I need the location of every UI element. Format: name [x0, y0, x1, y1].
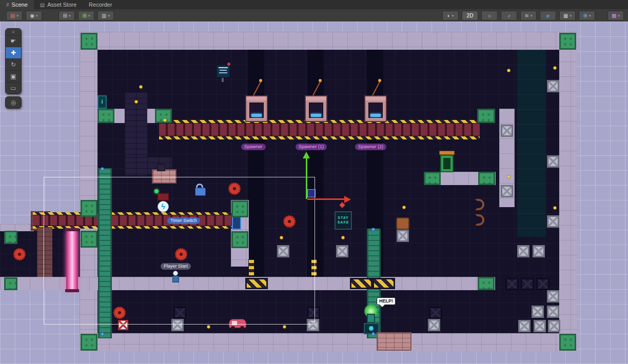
crate[interactable]	[532, 306, 544, 318]
crate[interactable]	[547, 155, 559, 168]
gizmo-x-axis[interactable]	[307, 198, 344, 200]
crate[interactable]	[534, 320, 546, 332]
stay-safe-sign[interactable]: STAY SAFE	[335, 211, 352, 230]
scale-tool-button[interactable]: ▣	[6, 71, 21, 83]
help-speech-bubble[interactable]: HELP!	[377, 297, 396, 305]
crate[interactable]	[397, 230, 409, 242]
hand-icon: ☛	[11, 37, 16, 45]
teal-column[interactable]	[517, 50, 546, 237]
green-block[interactable]	[97, 109, 114, 123]
crate[interactable]	[547, 306, 559, 318]
layout-dropdown[interactable]: ▩ ▾	[607, 11, 624, 21]
vertex-handle[interactable]	[371, 332, 375, 336]
world-dropdown[interactable]: ◉ ▾	[26, 11, 42, 21]
transform-tool-button[interactable]: ◎	[5, 96, 22, 109]
gizmos-globe-icon: ⊕	[583, 13, 587, 18]
spawner-2-label[interactable]: Spawner (2)	[355, 144, 386, 150]
spawner-label[interactable]: Spawner	[241, 144, 266, 150]
coin[interactable]	[139, 85, 143, 89]
camera-settings-dropdown[interactable]: ▦ ▾	[559, 11, 576, 21]
conveyor-belt-top[interactable]	[159, 123, 480, 136]
crate[interactable]	[518, 320, 531, 332]
hand-tool-button[interactable]: ☛	[6, 35, 21, 47]
gizmo-x-arrowhead[interactable]	[344, 196, 351, 203]
dark-block[interactable]	[536, 278, 550, 290]
scene-audio-button[interactable]: ♪	[501, 11, 517, 21]
brick-ledge[interactable]	[377, 332, 411, 351]
annex-top-ledge[interactable]	[0, 224, 34, 231]
green-block[interactable]	[4, 231, 17, 244]
coin[interactable]	[507, 69, 511, 72]
hazard-hatch[interactable]	[372, 278, 395, 289]
2d-toggle-button[interactable]: 2D	[462, 11, 478, 21]
spawner-cap	[365, 96, 386, 100]
vertex-handle[interactable]	[371, 228, 375, 231]
gizmo-y-arrowhead[interactable]	[303, 152, 310, 158]
scene-view-canvas[interactable]: ≡ ☛ ✚ ↻ ▣ ▭ ◎	[0, 22, 628, 364]
help-robot[interactable]	[367, 314, 375, 323]
info-tile[interactable]: i	[97, 95, 107, 109]
notice-sign[interactable]	[216, 65, 230, 78]
saw-blade[interactable]	[13, 248, 26, 260]
crate[interactable]	[548, 320, 560, 332]
crate[interactable]	[547, 80, 559, 92]
crate[interactable]	[547, 215, 559, 228]
coin[interactable]	[402, 206, 406, 209]
scene-lighting-button[interactable]: ☼	[481, 11, 498, 21]
green-corner-block[interactable]	[81, 334, 97, 351]
coin[interactable]	[134, 100, 138, 104]
coin[interactable]	[553, 66, 557, 70]
gizmo-y-axis[interactable]	[306, 158, 307, 199]
shading-mode-dropdown[interactable]: ◐ ▾	[442, 11, 459, 21]
green-block[interactable]	[4, 277, 17, 290]
scene-visibility-button[interactable]: ⌀	[540, 11, 556, 21]
crate[interactable]	[517, 245, 529, 257]
crate[interactable]	[547, 290, 559, 302]
measure-dropdown[interactable]: ▥ ▾	[97, 11, 114, 21]
conveyor-hazard-rail[interactable]	[159, 136, 480, 139]
green-block[interactable]	[478, 172, 495, 185]
dark-block[interactable]	[521, 278, 534, 290]
spawner-1-label[interactable]: Spawner (1)	[296, 144, 327, 150]
coin[interactable]	[163, 118, 167, 122]
crate[interactable]	[533, 245, 545, 257]
hazard-hatch[interactable]	[350, 278, 372, 289]
tab-scene[interactable]: # Scene	[0, 0, 34, 9]
tab-asset-store[interactable]: ▤ Asset Store	[34, 0, 83, 9]
fist-sprite[interactable]	[396, 217, 409, 230]
green-corner-block[interactable]	[559, 334, 576, 351]
lever-base[interactable]	[157, 164, 165, 171]
green-block[interactable]	[477, 109, 495, 123]
dark-block[interactable]	[505, 278, 519, 290]
dark-block[interactable]	[429, 307, 442, 319]
green-block[interactable]	[478, 277, 495, 290]
tab-recorder[interactable]: Recorder	[83, 0, 118, 9]
coin[interactable]	[553, 206, 557, 210]
coin[interactable]	[341, 236, 345, 239]
grid-dropdown[interactable]: ⊞ ▾	[58, 11, 75, 21]
green-corner-block[interactable]	[559, 33, 576, 50]
info-letter: i	[101, 98, 103, 105]
effects-dropdown[interactable]: ≋ ▾	[520, 11, 537, 21]
coin[interactable]	[507, 175, 511, 178]
draw-mode-dropdown[interactable]: ▧ ▾	[6, 11, 23, 21]
gizmo-plane-handle[interactable]	[307, 189, 316, 197]
coin[interactable]	[207, 325, 210, 329]
crate[interactable]	[336, 245, 348, 257]
green-block[interactable]	[424, 172, 441, 185]
coin[interactable]	[283, 325, 286, 329]
vertex-handle[interactable]	[101, 167, 104, 171]
spawner-2-label-text: Spawner (2)	[358, 144, 383, 149]
move-tool-button[interactable]: ✚	[6, 47, 21, 59]
rotate-tool-button[interactable]: ↻	[6, 59, 21, 71]
vertex-handle[interactable]	[101, 332, 104, 336]
grid-icon: ⊞	[63, 13, 67, 18]
palette-drag-handle[interactable]: ≡	[6, 29, 21, 35]
gizmos-dropdown[interactable]: ⊕ ▾	[579, 11, 595, 21]
tile-grid-dropdown[interactable]: ⊞ ▾	[78, 11, 94, 21]
rect-tool-button[interactable]: ▭	[6, 83, 21, 94]
green-corner-block[interactable]	[81, 33, 97, 50]
crate[interactable]	[501, 125, 513, 137]
crate[interactable]	[428, 319, 440, 331]
crate[interactable]	[501, 185, 513, 197]
